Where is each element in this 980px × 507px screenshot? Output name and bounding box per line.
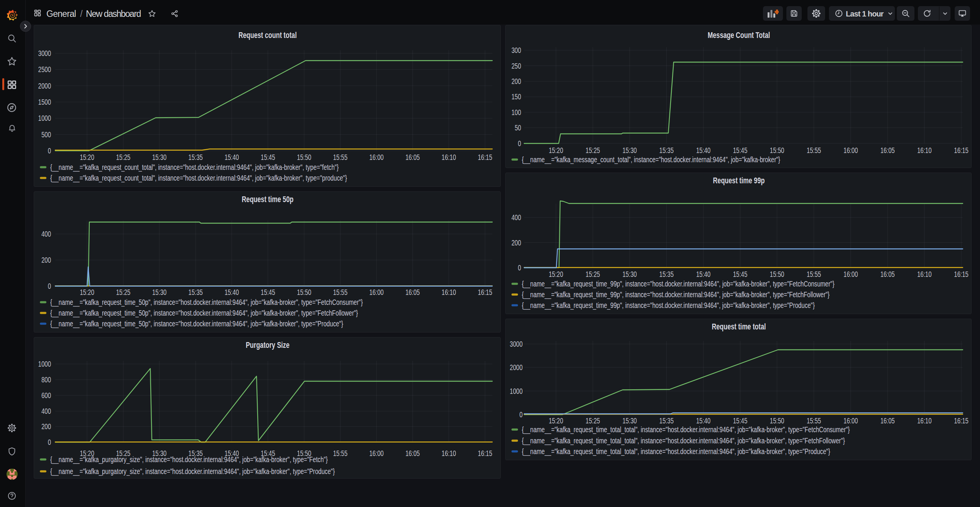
svg-text:15:45: 15:45	[261, 288, 275, 296]
svg-text:1500: 1500	[38, 98, 51, 106]
svg-text:16:10: 16:10	[917, 270, 932, 278]
svg-text:Request count total: Request count total	[238, 30, 297, 40]
svg-text:15:50: 15:50	[770, 416, 784, 425]
svg-text:16:05: 16:05	[405, 449, 420, 458]
svg-text:200: 200	[41, 256, 51, 264]
svg-text:15:35: 15:35	[659, 270, 674, 278]
svg-text:15:35: 15:35	[659, 416, 674, 425]
svg-text:15:40: 15:40	[696, 146, 711, 155]
svg-text:{__name__="kafka_request_time_: {__name__="kafka_request_time_total_tota…	[522, 436, 845, 445]
svg-text:16:15: 16:15	[478, 288, 492, 296]
svg-text:16:00: 16:00	[844, 270, 858, 278]
svg-text:16:15: 16:15	[954, 416, 968, 425]
svg-text:15:50: 15:50	[297, 153, 311, 161]
svg-text:800: 800	[41, 375, 51, 384]
svg-text:16:10: 16:10	[917, 416, 932, 425]
svg-text:2500: 2500	[38, 65, 51, 74]
svg-text:Purgatory Size: Purgatory Size	[246, 340, 289, 350]
svg-text:600: 600	[41, 391, 51, 400]
svg-text:{__name__="kafka_request_time_: {__name__="kafka_request_time_99p", inst…	[522, 280, 834, 288]
svg-text:50: 50	[515, 123, 521, 132]
svg-text:16:00: 16:00	[844, 146, 858, 155]
svg-text:{__name__="kafka_message_count: {__name__="kafka_message_count_total", i…	[522, 155, 780, 164]
svg-text:15:20: 15:20	[549, 146, 563, 155]
svg-text:15:45: 15:45	[733, 146, 748, 155]
svg-text:250: 250	[511, 62, 521, 70]
svg-text:15:45: 15:45	[261, 153, 275, 161]
svg-text:15:55: 15:55	[333, 288, 348, 296]
svg-text:Message Count Total: Message Count Total	[708, 30, 770, 40]
svg-text:15:30: 15:30	[152, 153, 167, 161]
svg-text:15:45: 15:45	[733, 416, 748, 425]
svg-text:0: 0	[520, 410, 523, 419]
svg-text:{__name__="kafka_purgatory_siz: {__name__="kafka_purgatory_size", instan…	[50, 467, 335, 476]
svg-text:16:05: 16:05	[405, 288, 420, 296]
svg-text:16:15: 16:15	[478, 153, 492, 161]
svg-text:16:15: 16:15	[954, 270, 968, 278]
svg-text:1000: 1000	[38, 360, 51, 368]
svg-text:15:20: 15:20	[80, 153, 94, 161]
svg-text:400: 400	[41, 407, 51, 415]
svg-text:16:10: 16:10	[442, 288, 456, 296]
svg-text:{__name__="kafka_request_time_: {__name__="kafka_request_time_50p", inst…	[50, 298, 363, 307]
svg-text:16:15: 16:15	[954, 146, 968, 155]
svg-text:Request time 99p: Request time 99p	[713, 176, 765, 185]
svg-text:16:10: 16:10	[442, 153, 456, 161]
svg-text:15:30: 15:30	[622, 146, 637, 155]
svg-text:1000: 1000	[510, 387, 523, 395]
svg-text:{__name__="kafka_request_count: {__name__="kafka_request_count_total", i…	[50, 174, 347, 183]
svg-text:15:20: 15:20	[80, 288, 94, 296]
svg-text:16:05: 16:05	[880, 270, 895, 278]
svg-text:15:45: 15:45	[733, 270, 748, 278]
svg-text:{__name__="kafka_request_time_: {__name__="kafka_request_time_50p", inst…	[50, 309, 358, 318]
svg-text:{__name__="kafka_request_time_: {__name__="kafka_request_time_99p", inst…	[522, 301, 815, 310]
svg-text:Request time total: Request time total	[712, 322, 766, 331]
svg-text:16:10: 16:10	[917, 146, 932, 155]
svg-text:1000: 1000	[38, 114, 51, 122]
svg-text:15:50: 15:50	[770, 146, 784, 155]
svg-text:15:50: 15:50	[770, 270, 784, 278]
svg-text:0: 0	[48, 438, 51, 446]
svg-text:15:20: 15:20	[549, 416, 563, 425]
svg-text:Request time 50p: Request time 50p	[242, 194, 294, 204]
svg-text:0: 0	[518, 139, 521, 148]
svg-text:0: 0	[48, 147, 51, 155]
svg-text:0: 0	[518, 263, 521, 272]
svg-text:2000: 2000	[38, 82, 51, 90]
svg-text:300: 300	[511, 46, 521, 54]
svg-text:15:40: 15:40	[696, 416, 711, 425]
svg-text:3000: 3000	[510, 340, 523, 348]
svg-text:16:00: 16:00	[369, 449, 384, 458]
svg-text:15:55: 15:55	[333, 449, 348, 458]
svg-text:2000: 2000	[510, 363, 523, 372]
svg-text:200: 200	[511, 239, 521, 247]
svg-text:{__name__="kafka_request_time_: {__name__="kafka_request_time_total_tota…	[522, 425, 850, 434]
svg-text:15:40: 15:40	[225, 288, 239, 296]
svg-text:{__name__="kafka_request_time_: {__name__="kafka_request_time_total_tota…	[522, 447, 830, 456]
svg-text:0: 0	[48, 282, 51, 290]
svg-text:150: 150	[511, 92, 521, 101]
svg-text:15:35: 15:35	[188, 153, 202, 161]
svg-text:200: 200	[41, 422, 51, 431]
svg-text:15:25: 15:25	[116, 153, 131, 161]
svg-text:15:55: 15:55	[807, 270, 821, 278]
svg-text:15:30: 15:30	[622, 270, 637, 278]
svg-text:15:35: 15:35	[659, 146, 674, 155]
svg-text:{__name__="kafka_request_time_: {__name__="kafka_request_time_50p", inst…	[50, 319, 343, 328]
svg-text:15:55: 15:55	[807, 146, 821, 155]
svg-text:15:25: 15:25	[585, 270, 600, 278]
svg-text:15:25: 15:25	[116, 288, 131, 296]
svg-text:400: 400	[41, 230, 51, 238]
svg-text:200: 200	[511, 77, 521, 86]
svg-text:15:50: 15:50	[297, 288, 311, 296]
svg-text:15:55: 15:55	[333, 153, 348, 161]
svg-text:3000: 3000	[38, 49, 51, 58]
svg-text:15:35: 15:35	[188, 288, 202, 296]
svg-text:16:15: 16:15	[478, 449, 492, 458]
svg-text:16:00: 16:00	[369, 153, 384, 161]
svg-text:15:40: 15:40	[696, 270, 711, 278]
svg-text:16:05: 16:05	[880, 416, 895, 425]
svg-text:15:20: 15:20	[549, 270, 563, 278]
svg-text:16:00: 16:00	[844, 416, 858, 425]
svg-text:15:30: 15:30	[622, 416, 637, 425]
